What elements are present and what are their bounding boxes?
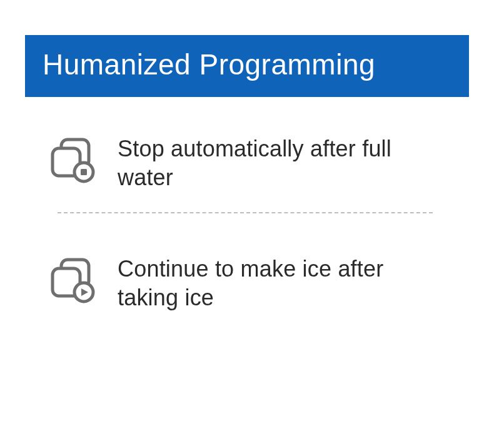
feature-text: Stop automatically after full water bbox=[118, 135, 418, 192]
features-list: Stop automatically after full water Cont… bbox=[25, 97, 469, 330]
play-icon bbox=[48, 256, 98, 306]
feature-row: Continue to make ice after taking ice bbox=[48, 248, 459, 330]
feature-text: Continue to make ice after taking ice bbox=[118, 255, 418, 312]
divider bbox=[58, 212, 433, 213]
header-title: Humanized Programming bbox=[43, 48, 375, 81]
stop-icon bbox=[48, 136, 98, 186]
feature-row: Stop automatically after full water bbox=[48, 128, 459, 210]
svg-rect-3 bbox=[81, 169, 87, 175]
header-bar: Humanized Programming bbox=[25, 35, 469, 97]
